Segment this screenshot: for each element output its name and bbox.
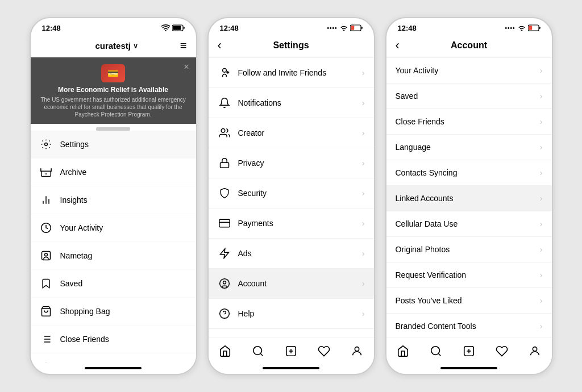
account-item-original-photos[interactable]: Original Photos › <box>386 237 552 262</box>
settings-item-creator[interactable]: Creator › <box>209 118 374 148</box>
archive-icon <box>40 166 52 178</box>
status-bar-1: 12:48 <box>31 18 196 35</box>
battery-icon-3 <box>528 24 541 32</box>
chevron-close-friends: › <box>540 117 543 126</box>
settings-nav-header: ‹ Settings <box>209 35 374 58</box>
menu-label-nametag: Nametag <box>60 251 187 260</box>
tab-profile-2[interactable] <box>344 342 369 360</box>
home-bar-2 <box>263 367 319 369</box>
menu-item-insights[interactable]: Insights <box>31 186 196 214</box>
svg-point-32 <box>223 281 226 284</box>
menu-label-saved: Saved <box>60 279 187 288</box>
menu-item-close-friends[interactable]: Close Friends <box>31 326 196 353</box>
svg-line-47 <box>438 353 440 356</box>
account-item-cellular-data-use[interactable]: Cellular Data Use › <box>386 211 552 237</box>
settings-item-security[interactable]: Security › <box>209 178 374 208</box>
status-icons-2: •••• <box>327 24 362 32</box>
payments-icon <box>218 216 231 230</box>
chevron-follow-invite: › <box>362 68 365 77</box>
account-item-linked-accounts[interactable]: Linked Accounts › <box>386 186 552 211</box>
settings-title: Settings <box>231 40 351 51</box>
account-item-your-activity[interactable]: Your Activity › <box>386 58 552 84</box>
menu-label-archive: Archive <box>60 168 187 177</box>
menu-item-archive[interactable]: Archive <box>31 159 196 186</box>
banner-close-button[interactable]: × <box>184 62 189 72</box>
menu-label-shopping-bag: Shopping Bag <box>60 307 187 316</box>
tab-add-3[interactable] <box>456 342 481 360</box>
wifi-icon-3 <box>518 24 526 32</box>
tab-heart-2[interactable] <box>311 342 336 360</box>
menu-item-shopping-bag[interactable]: Shopping Bag <box>31 298 196 326</box>
account-item-language[interactable]: Language › <box>386 135 552 160</box>
menu-item-discover-people[interactable]: Discover People <box>31 353 196 362</box>
privacy-icon <box>218 156 231 170</box>
account-item-saved[interactable]: Saved › <box>386 84 552 109</box>
shopping-bag-icon <box>40 305 52 318</box>
status-icons-1 <box>161 24 185 32</box>
settings-item-follow-invite[interactable]: Follow and Invite Friends › <box>209 58 374 88</box>
tab-heart-3[interactable] <box>489 342 514 360</box>
chevron-ads: › <box>362 249 365 258</box>
chevron-saved: › <box>540 91 543 101</box>
settings-label-security: Security <box>238 189 355 198</box>
account-item-contacts-syncing[interactable]: Contacts Syncing › <box>386 160 552 186</box>
account-item-close-friends[interactable]: Close Friends › <box>386 109 552 135</box>
settings-label-payments: Payments <box>238 219 355 228</box>
chevron-help: › <box>362 309 365 318</box>
menu-item-nametag[interactable]: Nametag <box>31 242 196 270</box>
account-label-close-friends: Close Friends <box>396 117 540 126</box>
security-icon <box>218 186 231 200</box>
settings-label-creator: Creator <box>238 128 355 137</box>
tab-bar-2 <box>209 337 374 362</box>
signal-icon-2: •••• <box>327 25 337 31</box>
account-item-posts-youve-liked[interactable]: Posts You've Liked › <box>386 288 552 314</box>
settings-back-button[interactable]: ‹ <box>218 38 231 53</box>
username-display[interactable]: curatestj ∨ <box>95 41 138 51</box>
settings-item-privacy[interactable]: Privacy › <box>209 148 374 178</box>
svg-point-51 <box>533 347 537 351</box>
account-item-branded-content-tools[interactable]: Branded Content Tools › <box>386 314 552 337</box>
status-icons-3: •••• <box>505 24 540 32</box>
phone1-header: curatestj ∨ ≡ <box>31 35 196 57</box>
banner-icon: 💳 <box>101 64 125 82</box>
account-title: Account <box>409 40 529 51</box>
svg-point-31 <box>219 279 229 289</box>
home-bar-1 <box>85 367 142 369</box>
svg-point-2 <box>44 143 47 146</box>
home-indicator-1 <box>31 362 196 374</box>
account-item-request-verification[interactable]: Request Verification › <box>386 262 552 288</box>
settings-item-help[interactable]: Help › <box>209 299 374 329</box>
menu-item-saved[interactable]: Saved <box>31 270 196 298</box>
account-label-contacts-syncing: Contacts Syncing <box>396 168 540 177</box>
menu-item-your-activity[interactable]: Your Activity <box>31 214 196 242</box>
hamburger-menu[interactable]: ≡ <box>180 39 187 52</box>
svg-line-39 <box>260 353 263 356</box>
menu-item-settings[interactable]: Settings <box>31 131 196 159</box>
tab-search-3[interactable] <box>423 342 448 360</box>
status-bar-3: 12:48 •••• <box>386 18 552 35</box>
settings-label-account: Account <box>238 279 355 288</box>
tab-profile-3[interactable] <box>522 342 547 360</box>
account-label-request-verification: Request Verification <box>396 270 540 280</box>
chevron-privacy: › <box>362 159 365 168</box>
tab-home-3[interactable] <box>390 342 415 360</box>
account-back-button[interactable]: ‹ <box>396 38 409 53</box>
chevron-branded-content-tools: › <box>540 322 543 331</box>
settings-item-notifications[interactable]: Notifications › <box>209 88 374 118</box>
your-activity-icon <box>40 222 52 234</box>
settings-item-about[interactable]: About › <box>209 329 374 337</box>
svg-point-23 <box>222 69 226 73</box>
home-bar-3 <box>440 367 497 369</box>
svg-rect-45 <box>529 26 532 30</box>
chevron-request-verification: › <box>540 270 543 280</box>
settings-item-ads[interactable]: Ads › <box>209 239 374 269</box>
signal-icon-3: •••• <box>505 25 515 31</box>
chevron-your-activity: › <box>540 66 543 75</box>
settings-item-account[interactable]: Account › <box>209 269 374 299</box>
tab-add-2[interactable] <box>278 342 304 360</box>
home-indicator-3 <box>386 362 552 374</box>
ads-icon <box>218 247 231 260</box>
tab-search-2[interactable] <box>246 342 271 360</box>
tab-home-2[interactable] <box>213 342 238 360</box>
settings-item-payments[interactable]: Payments › <box>209 208 374 239</box>
